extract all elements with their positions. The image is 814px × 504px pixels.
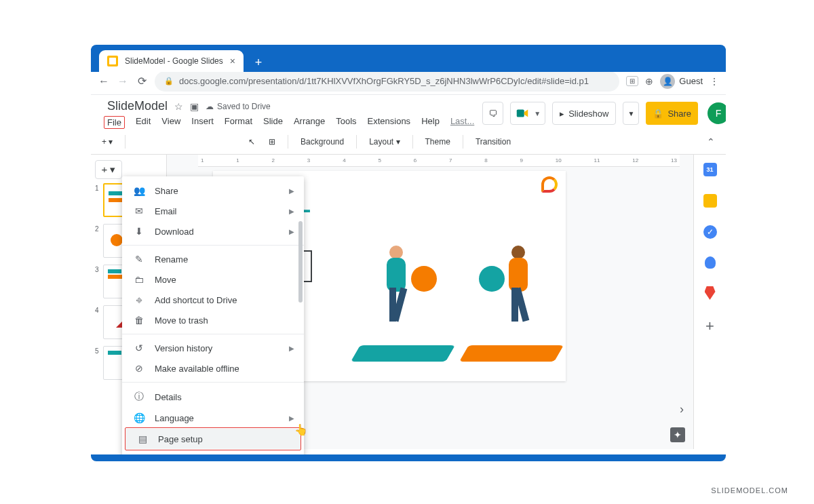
slidemodel-logo-icon <box>541 176 558 193</box>
menu-insert[interactable]: Insert <box>191 116 214 129</box>
share-button[interactable]: 🔒 Share <box>646 102 698 125</box>
address-bar: ← → ⟳ 🔒 docs.google.com/presentation/d/1… <box>91 68 726 95</box>
contacts-icon[interactable] <box>705 256 716 269</box>
browser-tab[interactable]: SlideModel - Google Slides × <box>99 50 244 72</box>
meet-icon <box>515 106 530 121</box>
slides-app: SlideModel ☆ ▣ ☁ Saved to Drive File Edi… <box>91 95 726 454</box>
email-icon: ✉ <box>133 206 145 216</box>
page-setup-icon: ▤ <box>136 433 149 444</box>
menu-item-offline[interactable]: ⊘Make available offline <box>122 358 304 379</box>
horizontal-ruler: 112345678910111213 <box>198 155 680 167</box>
move-folder-icon[interactable]: ▣ <box>190 101 199 112</box>
rename-icon: ✎ <box>133 254 145 265</box>
play-icon: ▸ <box>560 109 564 119</box>
trash-icon: 🗑 <box>133 315 145 326</box>
menu-bar: File Edit View Insert Format Slide Arran… <box>107 116 474 129</box>
drive-status[interactable]: ☁ Saved to Drive <box>206 102 271 111</box>
reload-icon[interactable]: ⟳ <box>136 75 148 88</box>
slides-favicon-icon <box>107 56 118 66</box>
menu-help[interactable]: Help <box>421 116 440 129</box>
star-icon[interactable]: ☆ <box>174 101 183 112</box>
share-icon: 👥 <box>133 185 145 196</box>
move-icon: 🗀 <box>133 274 145 285</box>
header-actions: 🗨 ▼ ▸ Slideshow ▼ 🔒 Share F <box>482 102 726 125</box>
slide-illustration <box>349 218 573 381</box>
forward-icon[interactable]: → <box>117 75 129 88</box>
menu-format[interactable]: Format <box>225 116 252 129</box>
menu-item-page-setup[interactable]: ▤Page setup <box>125 429 301 449</box>
side-panel: + <box>693 155 726 449</box>
tab-strip: SlideModel - Google Slides × + <box>91 49 726 72</box>
profile-label: Guest <box>679 76 703 86</box>
menu-tools[interactable]: Tools <box>336 116 356 129</box>
profile-avatar-icon: 👤 <box>660 74 675 89</box>
menu-item-email[interactable]: ✉Email▶ <box>122 201 304 221</box>
toolbar-transition[interactable]: Transition <box>470 134 516 149</box>
translate-icon[interactable]: ⊞ <box>626 76 638 86</box>
menu-item-version-history[interactable]: ↺Version history▶ <box>122 338 304 358</box>
info-icon: ⓘ <box>133 391 145 403</box>
textbox-tool-icon[interactable]: ⊞ <box>263 134 281 149</box>
svg-rect-1 <box>517 110 524 117</box>
menu-extensions[interactable]: Extensions <box>368 116 411 129</box>
install-icon[interactable]: ⊕ <box>645 76 653 87</box>
new-slide-toolbar[interactable]: + ▾ <box>96 134 118 149</box>
toolbar: + ▾ undo redo print paint zoom ↖ ⊞ Backg… <box>91 129 726 155</box>
lock-share-icon: 🔒 <box>653 109 663 119</box>
collapse-toolbar-icon[interactable]: ⌃ <box>701 136 720 147</box>
tasks-icon[interactable] <box>703 225 717 239</box>
cursor-pointer-icon: 👆 <box>294 423 703 436</box>
menu-item-print-preview[interactable]: 🔍Print preview <box>122 450 304 454</box>
menu-item-move[interactable]: 🗀Move <box>122 269 304 290</box>
thumb-number: 3 <box>95 265 100 298</box>
menu-slide[interactable]: Slide <box>263 116 283 129</box>
shortcut-icon: ⎆ <box>133 294 145 305</box>
calendar-icon[interactable] <box>703 163 717 176</box>
toolbar-background[interactable]: Background <box>295 134 349 149</box>
menu-file[interactable]: File <box>104 116 125 129</box>
maps-icon[interactable] <box>705 286 716 300</box>
toolbar-theme[interactable]: Theme <box>420 134 456 149</box>
kebab-menu-icon[interactable]: ⋮ <box>710 76 719 87</box>
thumb-number: 4 <box>95 305 100 339</box>
menu-edit[interactable]: Edit <box>136 116 151 129</box>
document-title[interactable]: SlideModel <box>107 99 168 113</box>
menu-item-share[interactable]: 👥Share▶ <box>122 180 304 201</box>
menu-arrange[interactable]: Arrange <box>294 116 325 129</box>
cloud-icon: ☁ <box>206 102 214 111</box>
browser-window: SlideModel - Google Slides × + ← → ⟳ 🔒 d… <box>91 45 726 461</box>
lock-icon: 🔒 <box>164 77 174 85</box>
menu-item-details[interactable]: ⓘDetails <box>122 386 304 408</box>
menu-item-language[interactable]: 🌐Language▶ <box>122 408 304 428</box>
tab-close-icon[interactable]: × <box>230 56 235 66</box>
toolbar-layout[interactable]: Layout ▾ <box>364 134 405 149</box>
addons-plus-icon[interactable]: + <box>705 317 714 335</box>
profile-chip[interactable]: 👤 Guest <box>660 74 703 89</box>
back-icon[interactable]: ← <box>98 75 110 88</box>
account-avatar[interactable]: F <box>708 102 726 124</box>
thumb-number: 2 <box>95 224 100 258</box>
menu-item-add-shortcut[interactable]: ⎆Add shortcut to Drive <box>122 290 304 310</box>
menu-item-trash[interactable]: 🗑Move to trash <box>122 310 304 330</box>
add-slide-button[interactable]: + ▾ <box>95 160 122 179</box>
new-tab-button[interactable]: + <box>249 53 268 72</box>
keep-icon[interactable] <box>703 194 717 208</box>
download-icon: ⬇ <box>133 226 145 237</box>
scroll-right-icon[interactable]: › <box>680 402 684 416</box>
menu-last-edit[interactable]: Last... <box>450 116 474 129</box>
history-icon: ↺ <box>133 343 145 353</box>
thumb-number: 1 <box>95 183 100 217</box>
app-header: SlideModel ☆ ▣ ☁ Saved to Drive File Edi… <box>91 95 726 129</box>
meet-button[interactable]: ▼ <box>510 102 545 125</box>
slideshow-button[interactable]: ▸ Slideshow <box>552 102 616 125</box>
menu-item-rename[interactable]: ✎Rename <box>122 249 304 269</box>
globe-icon: 🌐 <box>133 412 145 423</box>
offline-icon: ⊘ <box>133 363 145 374</box>
slideshow-dropdown[interactable]: ▼ <box>623 102 639 125</box>
file-menu-dropdown: 👥Share▶ ✉Email▶ ⬇Download▶ ✎Rename 🗀Move… <box>122 176 304 454</box>
url-input[interactable]: 🔒 docs.google.com/presentation/d/1tt7KHl… <box>155 71 619 92</box>
cursor-tool-icon[interactable]: ↖ <box>243 134 260 149</box>
menu-item-download[interactable]: ⬇Download▶ <box>122 221 304 241</box>
menu-view[interactable]: View <box>161 116 180 129</box>
comments-button[interactable]: 🗨 <box>482 102 503 125</box>
